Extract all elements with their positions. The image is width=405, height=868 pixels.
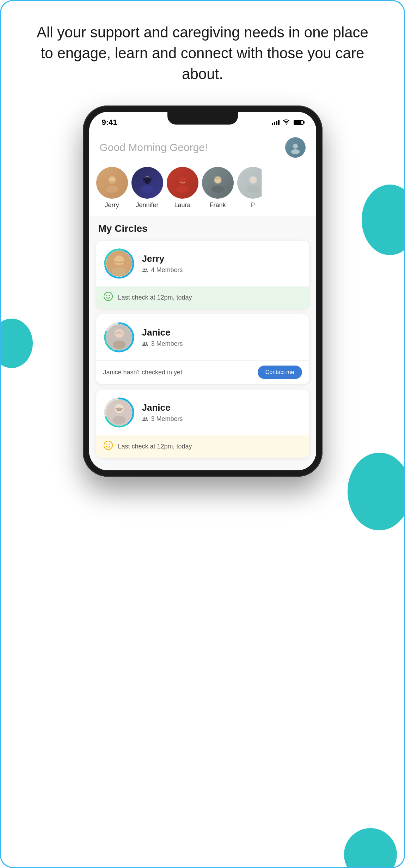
- contact-name-laura: Laura: [174, 201, 190, 209]
- phone-frame: 9:41: [83, 106, 323, 477]
- contact-avatar-jennifer: [131, 167, 163, 199]
- members-count-janice-1: 3 Members: [151, 340, 183, 348]
- circle-members-janice-2: 3 Members: [142, 415, 302, 423]
- svg-point-38: [104, 441, 112, 450]
- checkin-text-jerry: Last check at 12pm, today: [118, 294, 302, 301]
- contact-name-frank: Frank: [209, 201, 226, 209]
- app-content: Good Morning George!: [89, 130, 316, 470]
- person-icon-jerry: [142, 267, 148, 273]
- circle-members-jerry: 4 Members: [142, 266, 302, 274]
- signal-bar-4: [278, 120, 280, 125]
- contact-item-frank[interactable]: Frank: [202, 167, 234, 209]
- blob-bottom: [344, 828, 397, 868]
- circle-photo-placeholder-janice-2: [106, 399, 132, 426]
- person-icon-janice-2: [142, 416, 148, 422]
- avatar-placeholder-jennifer: [131, 167, 163, 199]
- svg-point-22: [112, 267, 126, 276]
- phone-wrapper: 9:41: [83, 106, 323, 477]
- contact-avatar-p: [237, 167, 269, 199]
- circle-card-jerry-main: Jerry 4 Members: [96, 241, 309, 287]
- contact-item-p[interactable]: P: [237, 167, 269, 209]
- svg-point-9: [176, 186, 189, 193]
- circle-info-janice-2: Janice 3 Members: [142, 402, 302, 423]
- svg-point-40: [109, 444, 110, 445]
- circle-card-jerry[interactable]: Jerry 4 Members: [96, 241, 309, 309]
- svg-point-24: [106, 295, 107, 296]
- svg-point-30: [115, 329, 124, 338]
- contact-name-jennifer: Jennifer: [136, 201, 158, 209]
- wifi-icon: [282, 119, 290, 127]
- svg-point-15: [247, 186, 259, 193]
- avatar-placeholder-laura: [167, 167, 198, 199]
- contact-name-p: P: [251, 201, 255, 209]
- svg-point-37: [113, 416, 125, 424]
- circle-avatar-wrapper-jerry: [103, 248, 135, 279]
- svg-point-12: [211, 186, 224, 193]
- circle-card-janice-1[interactable]: Janice 3 Members: [96, 314, 309, 384]
- contact-name-jerry: Jerry: [105, 201, 119, 209]
- signal-bar-3: [276, 121, 277, 125]
- svg-point-6: [141, 186, 154, 193]
- notch: [167, 112, 238, 125]
- circle-info-janice-1: Janice 3 Members: [142, 327, 302, 348]
- contact-avatar-frank: [202, 167, 234, 199]
- circle-info-jerry: Jerry 4 Members: [142, 253, 302, 274]
- members-count-jerry: 4 Members: [151, 266, 183, 274]
- status-icons: [272, 119, 303, 127]
- svg-point-16: [250, 176, 257, 183]
- app-header: Good Morning George!: [89, 130, 316, 163]
- contact-item-laura[interactable]: Laura: [167, 167, 198, 209]
- circle-photo-placeholder-janice-1: [106, 324, 132, 350]
- circles-section: My Circles: [89, 216, 316, 470]
- blob-left: [0, 319, 33, 368]
- circle-card-janice-2-main: Janice 3 Members: [96, 390, 309, 435]
- blob-right: [362, 185, 405, 255]
- contact-me-button-janice-1[interactable]: Contact me: [258, 366, 302, 379]
- svg-point-25: [109, 295, 110, 296]
- avatar-placeholder-jerry: [96, 167, 128, 199]
- blob-right-bottom: [348, 453, 405, 530]
- circle-members-janice-1: 3 Members: [142, 340, 302, 348]
- checkin-text-janice-2: Last check at 12pm, today: [118, 443, 302, 450]
- svg-point-21: [114, 255, 124, 265]
- smiley-icon-jerry: [103, 291, 113, 304]
- smiley-icon-janice-2: [103, 440, 113, 453]
- contacts-row: Jerry Jennifer: [89, 163, 316, 216]
- contact-item-jerry[interactable]: Jerry: [96, 167, 128, 209]
- circle-card-janice-1-main: Janice 3 Members: [96, 314, 309, 360]
- avatar-placeholder-p: [237, 167, 269, 199]
- circles-title: My Circles: [96, 223, 309, 234]
- signal-bar-2: [274, 122, 275, 125]
- contact-avatar-jerry: [96, 167, 128, 199]
- signal-bars-icon: [272, 120, 280, 125]
- svg-point-31: [113, 340, 125, 349]
- battery-icon: [294, 120, 303, 125]
- avatar-placeholder-frank: [202, 167, 234, 199]
- checkin-bar-jerry: Last check at 12pm, today: [96, 287, 309, 309]
- circle-photo-jerry: [106, 251, 132, 277]
- page-wrapper: All your support and caregiving needs in…: [0, 0, 405, 868]
- greeting-text: Good Morning George!: [100, 141, 208, 153]
- circle-photo-janice-1: [106, 324, 132, 350]
- svg-point-1: [291, 149, 300, 154]
- contact-avatar-laura: [167, 167, 198, 199]
- circle-avatar-wrapper-janice-2: [103, 397, 135, 428]
- svg-point-3: [106, 186, 118, 193]
- circle-card-janice-2[interactable]: Janice 3 Members: [96, 390, 309, 458]
- svg-point-13: [214, 176, 221, 183]
- user-avatar[interactable]: [285, 137, 306, 158]
- circle-avatar-wrapper-janice-1: [103, 321, 135, 353]
- circle-photo-janice-2: [106, 399, 132, 426]
- tagline: All your support and caregiving needs in…: [1, 22, 404, 84]
- svg-point-23: [104, 292, 112, 301]
- status-time: 9:41: [102, 118, 117, 127]
- members-count-janice-2: 3 Members: [151, 415, 183, 423]
- svg-point-39: [106, 444, 107, 445]
- battery-fill: [294, 121, 301, 124]
- svg-point-0: [293, 144, 298, 149]
- checkin-bar-janice-2: Last check at 12pm, today: [96, 435, 309, 458]
- circle-name-janice-2: Janice: [142, 402, 302, 413]
- circle-photo-placeholder-jerry: [106, 251, 132, 277]
- contact-item-jennifer[interactable]: Jennifer: [131, 167, 163, 209]
- circle-name-janice-1: Janice: [142, 327, 302, 338]
